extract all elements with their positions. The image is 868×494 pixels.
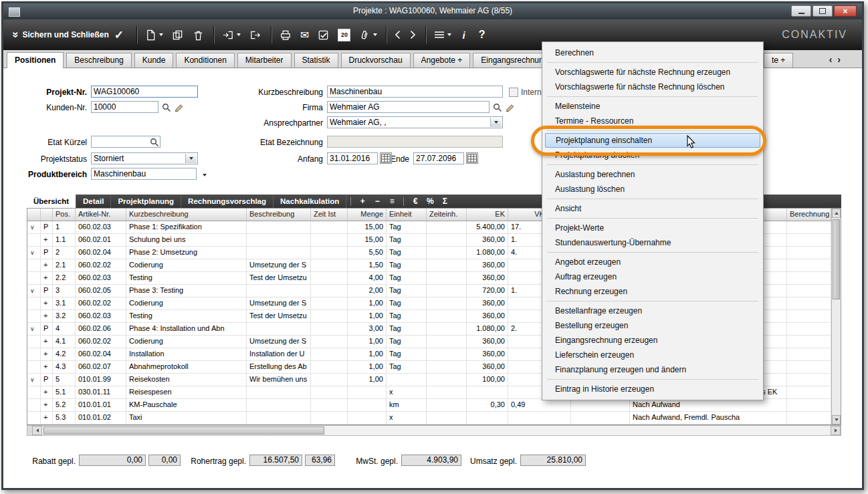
subtab[interactable]: Detail xyxy=(76,195,111,208)
kunden-nr-edit-button[interactable] xyxy=(173,102,184,113)
calendar-button[interactable]: 20 xyxy=(338,29,350,41)
expander-icon[interactable] xyxy=(27,285,41,297)
menu-item[interactable]: Berechnen xyxy=(543,45,762,60)
scroll-left-button[interactable] xyxy=(32,426,42,435)
anfang-field[interactable]: 31.01.2016 xyxy=(327,152,378,164)
grid-header-cell[interactable] xyxy=(41,209,53,221)
scroll-up-button[interactable] xyxy=(832,209,841,218)
menu-item[interactable]: Vorschlagswerte für nächste Rechnung lös… xyxy=(543,80,762,94)
kunden-nr-field[interactable]: 10000 xyxy=(91,101,158,113)
tasks-button[interactable] xyxy=(317,29,330,41)
kurzbeschreibung-field[interactable]: Maschinenbau xyxy=(327,86,503,98)
actions-menu-button[interactable] xyxy=(433,30,451,39)
tab[interactable]: te + xyxy=(764,53,793,68)
grid-header-cell[interactable]: Einheit xyxy=(387,209,427,221)
menu-item[interactable]: Bestellung erzeugen xyxy=(543,318,762,333)
import-button[interactable] xyxy=(221,29,241,41)
tab[interactable]: Angebote + xyxy=(413,53,471,68)
dropdown-button[interactable] xyxy=(185,154,197,163)
duplicate-button[interactable] xyxy=(171,29,184,41)
grid-tool-button[interactable]: Σ xyxy=(437,195,452,208)
grid-header-cell[interactable]: Zeiteinh. xyxy=(427,209,467,221)
menu-item[interactable]: Vorschlagswerte für nächste Rechnung erz… xyxy=(543,65,762,80)
menu-item[interactable]: Stundenauswertung-Übernahme xyxy=(543,235,762,250)
scroll-right-button[interactable] xyxy=(831,426,841,435)
subtab[interactable]: Nachkalkulation xyxy=(274,195,346,208)
expander-icon[interactable] xyxy=(27,234,41,246)
menu-item[interactable]: Bestellanfrage erzeugen xyxy=(543,303,762,318)
tab[interactable]: Statistik xyxy=(294,53,338,68)
firma-field[interactable]: Wehmaier AG xyxy=(327,101,490,113)
ende-calendar-button[interactable] xyxy=(466,152,478,164)
info-button[interactable]: i xyxy=(459,29,467,41)
menu-item[interactable]: Rechnung erzeugen xyxy=(543,284,762,299)
save-and-close-button[interactable]: « Sichern und Schließen ✓ xyxy=(11,28,128,42)
subtab[interactable]: Projektplanung xyxy=(111,195,181,208)
help-button[interactable]: ? xyxy=(476,29,488,41)
grid-tool-button[interactable]: % xyxy=(423,195,437,208)
table-row[interactable]: 5.3 010.01.02 Taxi x Nach Aufwand, Fremd… xyxy=(27,412,831,424)
grid-tool-button[interactable]: − xyxy=(370,195,385,208)
etat-search-button[interactable] xyxy=(148,136,160,148)
tab-scroll-right-button[interactable]: › xyxy=(837,54,841,65)
produktbereich-dropdown-button[interactable] xyxy=(199,169,210,180)
grid-header-cell[interactable]: Menge xyxy=(348,209,387,221)
grid-header-cell[interactable]: Kurzbeschreibung xyxy=(126,209,247,221)
horizontal-scroll-thumb[interactable] xyxy=(43,426,324,435)
attachments-button[interactable] xyxy=(358,29,377,41)
expander-icon[interactable] xyxy=(27,361,41,373)
minimize-button[interactable] xyxy=(791,5,811,17)
grid-header-cell[interactable]: Beschreibung xyxy=(247,209,311,221)
menu-item[interactable]: Auslastung löschen xyxy=(543,182,762,197)
expander-icon[interactable] xyxy=(27,336,41,348)
maximize-button[interactable] xyxy=(812,5,833,17)
tab-scroll-left-button[interactable]: ‹ xyxy=(829,54,833,65)
menu-item[interactable]: Finanzplanung erzeugen und ändern xyxy=(543,362,762,377)
expander-icon[interactable] xyxy=(27,412,41,424)
menu-item[interactable]: Eintrag in Historie erzeugen xyxy=(543,382,762,396)
menu-item[interactable]: Meilensteine xyxy=(543,99,762,114)
vertical-scroll-thumb[interactable] xyxy=(833,219,840,299)
grid-header-cell[interactable]: Berechnung xyxy=(787,209,831,221)
mail-button[interactable]: ✉ xyxy=(300,29,309,41)
firma-search-button[interactable] xyxy=(492,102,503,113)
subtab[interactable]: Rechnungsvorschlag xyxy=(181,195,274,208)
projektstatus-select[interactable]: Storniert xyxy=(91,152,198,164)
subtab[interactable]: Übersicht xyxy=(27,195,76,208)
print-button[interactable] xyxy=(279,29,292,41)
grid-header-cell[interactable]: Pos. xyxy=(53,209,76,221)
horizontal-scrollbar[interactable] xyxy=(27,425,841,436)
next-record-button[interactable] xyxy=(409,29,417,40)
expander-icon[interactable] xyxy=(27,297,41,310)
close-button[interactable]: × xyxy=(834,5,857,17)
grid-tool-button[interactable]: ≡ xyxy=(385,195,399,208)
export-button[interactable] xyxy=(249,29,262,41)
expander-icon[interactable] xyxy=(27,386,41,398)
expander-icon[interactable] xyxy=(27,310,41,322)
tab[interactable]: Kunde xyxy=(134,53,174,68)
ende-field[interactable]: 27.07.2096 xyxy=(413,152,464,164)
grid-header-cell[interactable]: EK xyxy=(467,209,508,221)
menu-item[interactable]: Eingangsrechnung erzeugen xyxy=(543,333,762,348)
new-record-button[interactable] xyxy=(144,29,163,41)
expander-icon[interactable] xyxy=(27,323,41,335)
expander-icon[interactable] xyxy=(27,272,41,284)
produktbereich-select[interactable]: Maschinenbau xyxy=(91,168,197,180)
expander-icon[interactable] xyxy=(27,374,41,386)
intern-checkbox[interactable] xyxy=(509,88,518,97)
ansprechpartner-select[interactable]: Wehmaier AG, , xyxy=(327,116,503,128)
firma-edit-button[interactable] xyxy=(504,102,515,113)
expander-icon[interactable] xyxy=(27,221,41,233)
grid-tool-button[interactable]: € xyxy=(408,195,423,208)
kunden-nr-search-button[interactable] xyxy=(160,102,172,113)
dropdown-button[interactable] xyxy=(490,118,502,127)
expander-icon[interactable] xyxy=(27,399,41,411)
menu-item[interactable]: Projekt-Werte xyxy=(543,221,762,235)
anfang-calendar-button[interactable] xyxy=(380,152,392,164)
menu-item[interactable]: Angebot erzeugen xyxy=(543,255,762,269)
menu-item[interactable]: Ansicht xyxy=(543,201,762,216)
expander-icon[interactable] xyxy=(27,247,41,259)
tab[interactable]: Mitarbeiter xyxy=(237,53,292,68)
projekt-nr-field[interactable]: WAG100060 xyxy=(91,86,198,98)
table-row[interactable]: 5.2 010.01.01 KM-Pauschale km 0,30 0,49 … xyxy=(27,399,831,412)
